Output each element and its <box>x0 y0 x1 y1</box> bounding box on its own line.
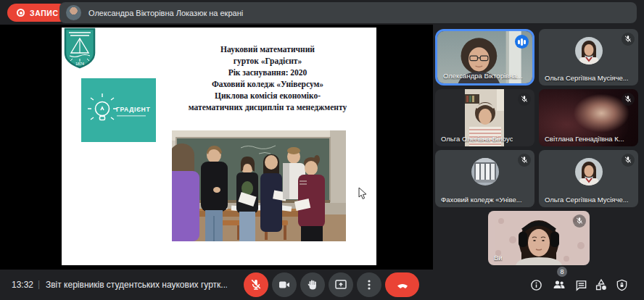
camera-toggle-button[interactable] <box>272 272 297 297</box>
presentation-slide: 1874 ГРАДІЄНТ Науковий математичний гурт… <box>62 28 376 265</box>
present-icon <box>334 278 347 291</box>
activities-button[interactable] <box>595 278 608 291</box>
participant-name: Фаховий коледж «Уніве... <box>441 196 522 204</box>
more-options-icon <box>363 278 376 291</box>
participants-panel-button[interactable] <box>553 278 566 291</box>
info-icon <box>530 279 542 291</box>
participant-avatar <box>575 37 603 64</box>
people-icon <box>553 278 566 291</box>
activities-icon <box>595 278 608 291</box>
shared-screen-stage[interactable]: 1874 ГРАДІЄНТ Науковий математичний гурт… <box>0 25 433 270</box>
participant-tile-college[interactable]: Фаховий коледж «Уніве... <box>435 150 534 207</box>
camera-icon <box>278 278 291 291</box>
mic-off-icon <box>249 278 263 291</box>
participant-name: Світлана Геннадіївна К... <box>545 135 624 143</box>
slide-title: Науковий математичний гурток «Градієнт» … <box>162 43 373 113</box>
top-bar: ЗАПИС Олександра Вікторівна Локазюк на е… <box>0 0 644 25</box>
presenter-avatar <box>66 5 81 20</box>
participant-name: Олександра Вікторівна... <box>443 72 523 80</box>
participant-tile-olha-bilous[interactable]: Ольга Олегівна Білоус <box>435 89 534 146</box>
mic-off-icon <box>518 154 531 167</box>
participant-tile-olha-musiiache-2[interactable]: Ольга Сергіївна Мусіяче... <box>539 150 638 207</box>
presenter-name: Олександра Вікторівна Локазюк на екрані <box>88 9 243 17</box>
participant-count-badge: 8 <box>557 267 567 277</box>
cursor-icon <box>358 187 367 200</box>
participant-tile-self[interactable]: Ви <box>488 211 590 265</box>
mic-off-icon <box>573 214 586 228</box>
gradient-club-logo: ГРАДІЄНТ <box>81 78 156 142</box>
meeting-details-button[interactable] <box>529 278 542 291</box>
mic-off-icon <box>622 154 635 167</box>
clock-time: 13:32 <box>12 280 33 290</box>
mic-off-icon <box>622 93 635 106</box>
meet-window: ЗАПИС Олександра Вікторівна Локазюк на е… <box>0 0 644 300</box>
audio-level-icon <box>515 35 529 49</box>
raise-hand-icon <box>306 278 319 291</box>
divider: | <box>38 279 40 289</box>
participant-avatar <box>575 158 603 186</box>
presenter-banner: Олександра Вікторівна Локазюк на екрані <box>59 2 637 23</box>
mic-off-icon <box>518 93 531 106</box>
meeting-title: Звіт керівників студентських наукових гу… <box>46 280 227 290</box>
participant-name: Ольга Олегівна Білоус <box>441 135 513 143</box>
end-call-icon <box>395 278 410 291</box>
host-controls-button[interactable] <box>615 278 628 291</box>
more-options-button[interactable] <box>357 272 381 297</box>
host-controls-icon <box>616 279 628 291</box>
participant-tile-oleksandra[interactable]: Олександра Вікторівна... <box>435 29 534 86</box>
participant-tile-olha-musiiache-1[interactable]: Ольга Сергіївна Мусіяче... <box>539 29 638 86</box>
participant-name: Ольга Сергіївна Мусіяче... <box>545 196 628 204</box>
end-call-button[interactable] <box>385 272 419 297</box>
raise-hand-button[interactable] <box>300 272 325 297</box>
record-icon <box>17 9 25 17</box>
university-crest-logo: 1874 <box>64 28 96 70</box>
crest-year: 1874 <box>75 62 84 66</box>
present-screen-button[interactable] <box>329 272 353 297</box>
participant-avatar <box>471 158 499 186</box>
gradient-logo-text: ГРАДІЄНТ <box>116 106 150 113</box>
classroom-photo <box>172 130 346 241</box>
chat-icon <box>575 279 587 291</box>
recording-label: ЗАПИС <box>30 9 59 17</box>
chat-panel-button[interactable] <box>574 278 587 291</box>
mic-toggle-button[interactable] <box>244 272 268 297</box>
participant-name: Ольга Сергіївна Мусіяче... <box>545 74 628 82</box>
mic-off-icon <box>622 33 635 46</box>
participant-tile-svitlana[interactable]: Світлана Геннадіївна К... <box>539 89 638 146</box>
participant-name: Ви <box>494 254 503 262</box>
bottom-bar: 13:32 | Звіт керівників студентських нау… <box>0 270 644 300</box>
